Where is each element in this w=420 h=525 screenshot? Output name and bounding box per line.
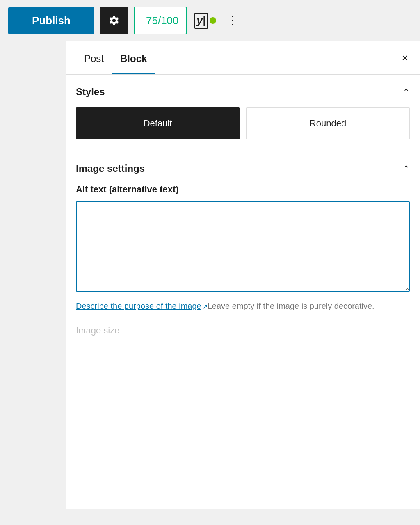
external-link-icon: ↗ [202,303,208,310]
publish-button[interactable]: Publish [8,7,94,34]
image-settings-header: Image settings ⌃ [76,163,410,174]
alt-text-label: Alt text (alternative text) [76,184,410,195]
panel-close-button[interactable]: × [400,50,410,66]
style-default-button[interactable]: Default [76,107,240,139]
panel-tabs: Post Block × [66,41,420,75]
image-settings-title: Image settings [76,163,145,174]
alt-text-help: Describe the purpose of the image↗Leave … [76,300,410,312]
headline-score-widget[interactable]: 75/100 [134,7,187,34]
styles-section-header: Styles ⌃ [76,86,410,98]
yoast-button[interactable]: y| [193,11,218,30]
styles-section-title: Styles [76,86,105,98]
gear-icon [108,14,120,27]
alt-text-help-text: Leave empty if the image is purely decor… [208,301,374,310]
tab-post[interactable]: Post [76,41,112,74]
styles-section: Styles ⌃ Default Rounded [66,75,420,151]
yoast-icon: y| [194,13,208,29]
side-panel: Post Block × Styles ⌃ Default Rounded Im… [66,41,420,509]
settings-button[interactable] [100,7,128,34]
alt-text-help-link[interactable]: Describe the purpose of the image [76,301,201,310]
alt-text-input[interactable] [76,201,410,292]
image-settings-section: Image settings ⌃ Alt text (alternative t… [66,151,420,361]
image-size-label: Image size [76,325,410,336]
toolbar: Publish 75/100 y| ⋮ [0,0,420,41]
yoast-status-dot [210,17,216,24]
styles-collapse-button[interactable]: ⌃ [403,87,410,97]
image-settings-collapse-button[interactable]: ⌃ [403,164,410,173]
style-rounded-button[interactable]: Rounded [246,107,410,139]
headline-score-value: 75/100 [146,14,179,27]
more-options-button[interactable]: ⋮ [224,13,242,28]
style-options: Default Rounded [76,107,410,139]
tab-block[interactable]: Block [112,41,155,74]
image-settings-divider [76,349,410,349]
